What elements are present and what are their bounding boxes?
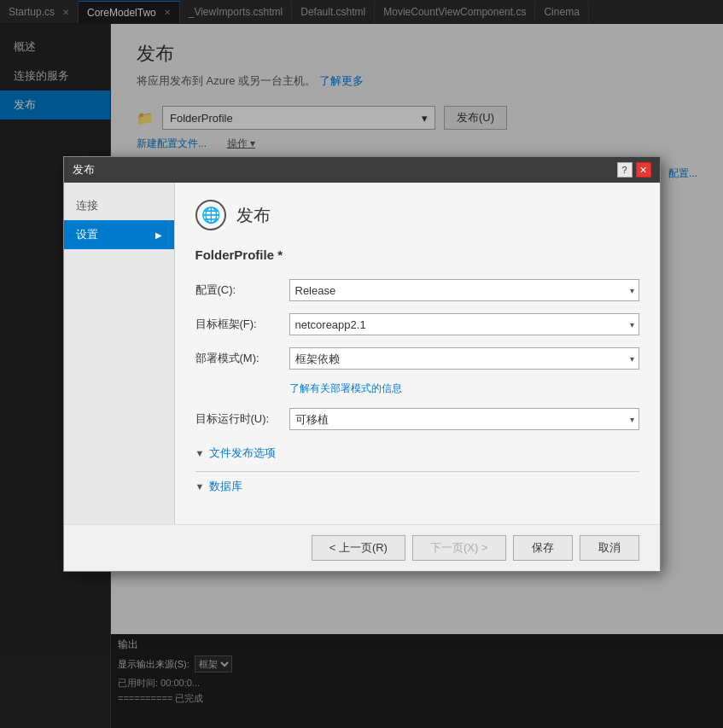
form-control-framework: netcoreapp2.1 netcoreapp2.0 ▾ xyxy=(289,313,639,335)
modal-sidebar-connect[interactable]: 连接 xyxy=(64,191,174,220)
form-label-deploy: 部署模式(M): xyxy=(195,351,289,366)
publish-modal: 发布 ? ✕ 连接 设置 ▶ 🌐 xyxy=(63,156,661,572)
form-row-deploy: 部署模式(M): 框架依赖 独立 ▾ xyxy=(195,347,639,370)
modal-header-row: 🌐 发布 xyxy=(195,200,639,230)
modal-section-title: FolderProfile * xyxy=(195,248,639,262)
modal-sidebar: 连接 设置 ▶ xyxy=(64,183,175,524)
modal-sidebar-settings[interactable]: 设置 ▶ xyxy=(64,220,174,249)
framework-select[interactable]: netcoreapp2.1 netcoreapp2.0 xyxy=(289,313,639,335)
form-control-config: Release Debug ▾ xyxy=(289,279,639,301)
runtime-select[interactable]: 可移植 xyxy=(289,408,639,430)
form-control-runtime: 可移植 ▾ xyxy=(289,408,639,430)
modal-footer: < 上一页(R) 下一页(X) > 保存 取消 xyxy=(64,524,660,571)
database-toggle[interactable]: ▼ 数据库 xyxy=(195,475,639,498)
database-section: ▼ 数据库 xyxy=(195,471,639,498)
modal-title-label: 发布 xyxy=(73,162,95,178)
save-button[interactable]: 保存 xyxy=(513,535,573,561)
deploy-select[interactable]: 框架依赖 独立 xyxy=(289,347,639,370)
form-label-framework: 目标框架(F): xyxy=(195,317,289,332)
file-publish-collapse-icon: ▼ xyxy=(195,448,205,458)
form-row-framework: 目标框架(F): netcoreapp2.1 netcoreapp2.0 ▾ xyxy=(195,313,639,335)
config-select[interactable]: Release Debug xyxy=(289,279,639,301)
form-label-runtime: 目标运行时(U): xyxy=(195,411,289,427)
database-collapse-icon: ▼ xyxy=(195,481,205,492)
file-publish-section: ▼ 文件发布选项 xyxy=(195,442,639,464)
modal-sidebar-arrow-icon: ▶ xyxy=(155,230,162,240)
globe-icon: 🌐 xyxy=(195,200,226,230)
form-control-deploy: 框架依赖 独立 ▾ xyxy=(289,347,639,370)
modal-form-content: 🌐 发布 FolderProfile * 配置(C): Release Debu… xyxy=(175,183,660,524)
modal-help-button[interactable]: ? xyxy=(617,162,633,178)
modal-titlebar-right: ? ✕ xyxy=(617,162,651,178)
form-row-runtime: 目标运行时(U): 可移植 ▾ xyxy=(195,408,639,430)
modal-titlebar: 发布 ? ✕ xyxy=(64,157,660,183)
form-row-config: 配置(C): Release Debug ▾ xyxy=(195,279,639,301)
deploy-mode-info-link[interactable]: 了解有关部署模式的信息 xyxy=(289,381,639,396)
form-label-config: 配置(C): xyxy=(195,282,289,298)
prev-button[interactable]: < 上一页(R) xyxy=(312,535,405,561)
modal-title-left: 发布 xyxy=(73,162,95,178)
cancel-button[interactable]: 取消 xyxy=(580,535,639,561)
modal-overlay: 发布 ? ✕ 连接 设置 ▶ 🌐 xyxy=(0,0,723,728)
modal-body: 连接 设置 ▶ 🌐 发布 FolderProfile * 配置(C): xyxy=(64,183,660,524)
modal-close-button[interactable]: ✕ xyxy=(636,162,651,178)
file-publish-toggle[interactable]: ▼ 文件发布选项 xyxy=(195,442,639,464)
next-button[interactable]: 下一页(X) > xyxy=(412,535,506,561)
modal-form-title: 发布 xyxy=(236,204,271,227)
